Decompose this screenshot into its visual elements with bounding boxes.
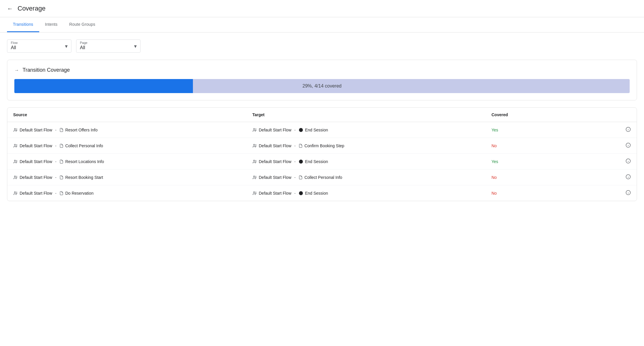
svg-point-17	[256, 144, 256, 145]
target-page-name: End Session	[305, 159, 328, 164]
source-flow-icon	[13, 191, 18, 196]
col-header-target: Target	[246, 108, 486, 122]
covered-value: Yes	[491, 128, 498, 132]
source-page-name: Resort Locations Info	[65, 159, 104, 164]
target-page-icon	[299, 175, 303, 179]
source-flow-name: Default Start Flow	[20, 143, 52, 148]
action-cell	[574, 138, 637, 154]
table-header-row: Source Target Covered	[7, 108, 637, 122]
source-page-icon	[59, 175, 64, 179]
svg-point-27	[254, 160, 255, 161]
action-cell	[574, 154, 637, 169]
covered-cell: No	[486, 138, 574, 154]
info-button[interactable]	[626, 143, 631, 149]
flow-select-input[interactable]: All	[11, 45, 68, 50]
target-flow-name: Default Start Flow	[259, 191, 291, 196]
target-page-icon	[299, 159, 303, 164]
progress-bar: 29%, 4/14 covered	[14, 79, 630, 93]
source-cell: Default Start Flow - Resort Locations In…	[7, 154, 246, 169]
covered-value: No	[491, 175, 497, 180]
back-button[interactable]: ←	[7, 5, 13, 12]
svg-point-51	[256, 192, 256, 193]
source-flow-name: Default Start Flow	[20, 175, 52, 180]
source-flow-icon	[13, 143, 18, 148]
tabs-container: Transitions Intents Route Groups	[0, 17, 644, 32]
target-flow-icon	[252, 159, 257, 164]
page-select-input[interactable]: All	[80, 45, 137, 50]
source-flow-icon	[13, 175, 18, 180]
source-flow-name: Default Start Flow	[20, 159, 52, 164]
content-area: Flow All ▾ Page All ▾ → Transition Cover…	[0, 32, 644, 208]
target-page-icon	[299, 191, 303, 196]
target-page-icon	[299, 128, 303, 132]
target-cell: Default Start Flow - End Session	[246, 185, 486, 201]
source-flow-name: Default Start Flow	[20, 128, 52, 132]
source-flow-icon	[13, 128, 18, 132]
svg-point-16	[254, 144, 255, 145]
col-header-covered: Covered	[486, 108, 574, 122]
source-cell: Default Start Flow - Collect Personal In…	[7, 138, 246, 154]
tab-transitions[interactable]: Transitions	[7, 17, 39, 32]
svg-point-0	[14, 128, 16, 129]
info-button[interactable]	[626, 190, 631, 196]
source-page-name: Resort Offers Info	[65, 128, 97, 132]
covered-cell: No	[486, 185, 574, 201]
svg-point-35	[14, 176, 16, 177]
coverage-card: → Transition Coverage 29%, 4/14 covered	[7, 60, 637, 100]
source-page-icon	[59, 191, 64, 195]
target-flow-name: Default Start Flow	[259, 128, 291, 132]
source-page-icon	[59, 160, 64, 164]
svg-point-50	[254, 191, 255, 193]
info-button[interactable]	[626, 127, 631, 133]
svg-point-40	[256, 176, 256, 177]
source-page-name: Resort Booking Start	[65, 175, 103, 180]
target-flow-icon	[252, 143, 257, 148]
filters-row: Flow All ▾ Page All ▾	[7, 40, 637, 53]
target-flow-icon	[252, 128, 257, 132]
action-cell	[574, 122, 637, 138]
source-page-name: Collect Personal Info	[65, 143, 103, 148]
source-page-name: Do Reservation	[65, 191, 94, 196]
covered-cell: Yes	[486, 122, 574, 138]
svg-point-12	[14, 144, 16, 145]
tab-route-groups[interactable]: Route Groups	[64, 17, 101, 32]
source-cell: Default Start Flow - Do Reservation	[7, 185, 246, 201]
target-cell: Default Start Flow - End Session	[246, 122, 486, 138]
info-button[interactable]	[626, 158, 631, 165]
covered-cell: Yes	[486, 154, 574, 169]
tab-intents[interactable]: Intents	[39, 17, 64, 32]
covered-value: Yes	[491, 159, 498, 164]
header: ← Coverage	[0, 0, 644, 17]
page-filter[interactable]: Page All ▾	[76, 40, 141, 53]
svg-point-13	[16, 144, 17, 145]
target-flow-name: Default Start Flow	[259, 175, 291, 180]
page-filter-select[interactable]: All ▾	[80, 45, 137, 50]
svg-point-47	[16, 192, 17, 193]
svg-point-24	[16, 160, 17, 161]
coverage-card-title: Transition Coverage	[23, 67, 70, 73]
flow-filter[interactable]: Flow All ▾	[7, 40, 71, 53]
target-flow-name: Default Start Flow	[259, 143, 291, 148]
target-page-icon	[299, 144, 303, 148]
progress-bar-label: 29%, 4/14 covered	[302, 83, 341, 89]
arrow-right-icon: →	[14, 68, 19, 73]
action-cell	[574, 169, 637, 185]
target-cell: Default Start Flow - Confirm Booking Ste…	[246, 138, 486, 154]
flow-filter-select[interactable]: All ▾	[11, 45, 68, 50]
target-flow-name: Default Start Flow	[259, 159, 291, 164]
coverage-card-header: → Transition Coverage	[14, 67, 630, 73]
svg-point-36	[16, 176, 17, 177]
action-cell	[574, 185, 637, 201]
target-page-name: End Session	[305, 128, 328, 132]
covered-cell: No	[486, 169, 574, 185]
source-flow-icon	[13, 159, 18, 164]
info-button[interactable]	[626, 174, 631, 180]
svg-point-1	[16, 129, 17, 129]
col-header-source: Source	[7, 108, 246, 122]
target-flow-icon	[252, 175, 257, 180]
transitions-table: Source Target Covered Default Start Flow…	[7, 108, 637, 201]
progress-bar-fill	[14, 79, 193, 93]
target-cell: Default Start Flow - End Session	[246, 154, 486, 169]
table-row: Default Start Flow - Do Reservation Defa…	[7, 185, 637, 201]
source-page-icon	[59, 144, 64, 148]
